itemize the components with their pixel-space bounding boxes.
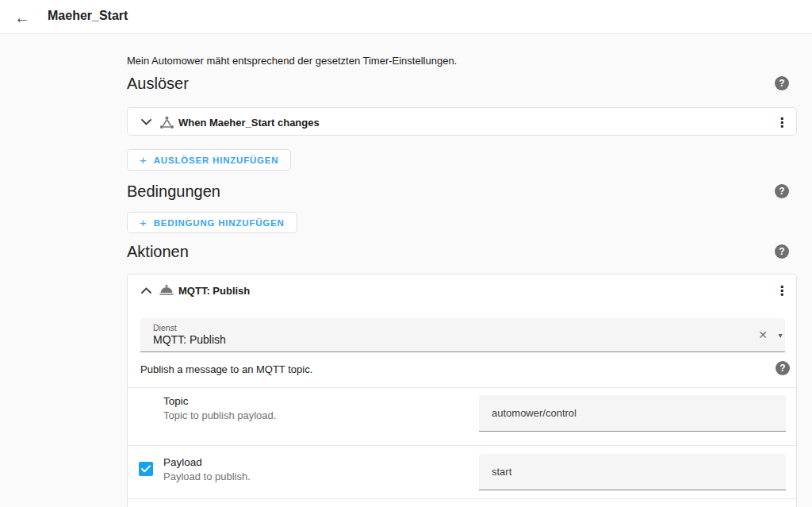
top-app-bar: ← Maeher_Start xyxy=(0,0,812,34)
actions-help-icon[interactable]: ? xyxy=(775,244,789,259)
service-select-field[interactable]: Dienst MQTT: Publish ✕ ▾ xyxy=(140,318,785,352)
payload-input[interactable] xyxy=(479,454,786,490)
action-overflow-menu-icon[interactable]: ⋮ xyxy=(773,282,791,299)
automation-description: Mein Automower mäht entsprechend der ges… xyxy=(127,55,457,67)
payload-checkbox[interactable] xyxy=(139,462,153,476)
divider xyxy=(128,445,796,446)
topic-field-label: Topic xyxy=(163,395,189,407)
service-dome-icon xyxy=(158,282,175,299)
plus-icon: + xyxy=(140,153,147,167)
action-card-title: MQTT: Publish xyxy=(178,285,250,297)
page-title: Maeher_Start xyxy=(48,9,128,23)
trigger-card: When Maeher_Start changes ⋮ xyxy=(127,107,797,136)
actions-heading: Aktionen xyxy=(127,243,189,261)
conditions-heading: Bedingungen xyxy=(127,182,220,201)
chevron-up-icon[interactable] xyxy=(138,282,154,298)
payload-field-label: Payload xyxy=(163,456,202,468)
dropdown-caret-icon[interactable]: ▾ xyxy=(773,327,787,343)
add-condition-button[interactable]: + BEDINGUNG HINZUFÜGEN xyxy=(127,212,297,233)
topic-field-helper: Topic to publish payload. xyxy=(163,409,276,421)
back-arrow-icon[interactable]: ← xyxy=(11,6,33,29)
chevron-down-icon[interactable] xyxy=(138,114,154,130)
clear-icon[interactable]: ✕ xyxy=(755,327,771,343)
service-description: Publish a message to an MQTT topic. xyxy=(140,363,312,375)
action-card: MQTT: Publish ⋮ Dienst MQTT: Publish ✕ ▾… xyxy=(127,274,797,507)
conditions-help-icon[interactable]: ? xyxy=(775,184,789,198)
topic-input[interactable] xyxy=(479,395,786,432)
add-trigger-button[interactable]: + AUSLÖSER HINZUFÜGEN xyxy=(127,149,291,171)
plus-icon: + xyxy=(140,216,147,229)
add-condition-label: BEDINGUNG HINZUFÜGEN xyxy=(154,218,285,228)
divider xyxy=(128,498,796,499)
state-trigger-icon xyxy=(158,113,175,131)
add-trigger-label: AUSLÖSER HINZUFÜGEN xyxy=(154,156,279,165)
service-field-label: Dienst xyxy=(153,323,177,332)
divider xyxy=(128,387,796,388)
triggers-help-icon[interactable]: ? xyxy=(775,76,789,90)
triggers-heading: Auslöser xyxy=(127,75,189,93)
payload-field-helper: Payload to publish. xyxy=(163,471,251,482)
service-field-value: MQTT: Publish xyxy=(153,333,226,346)
trigger-card-title: When Maeher_Start changes xyxy=(178,117,320,129)
automation-editor-screen: ← Maeher_Start Mein Automower mäht entsp… xyxy=(0,0,812,507)
trigger-overflow-menu-icon[interactable]: ⋮ xyxy=(773,113,791,131)
service-help-icon[interactable]: ? xyxy=(776,361,790,375)
